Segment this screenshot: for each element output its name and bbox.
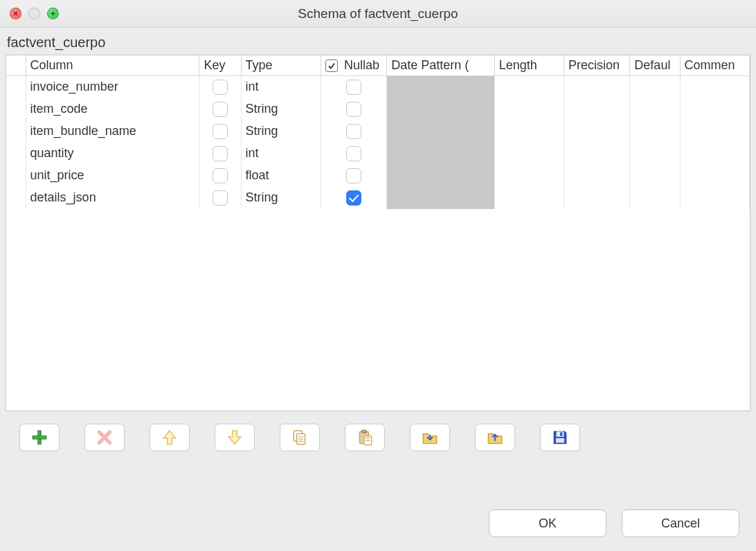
cell-length[interactable]	[494, 76, 564, 98]
cell-column[interactable]: unit_price	[26, 165, 199, 187]
nullable-header-checkbox[interactable]	[325, 60, 338, 72]
cell-date-pattern[interactable]	[387, 165, 495, 187]
column-header-length[interactable]: Length	[494, 55, 564, 76]
cell-comment[interactable]	[680, 143, 749, 165]
cell-default[interactable]	[630, 165, 680, 187]
cell-type[interactable]: String	[241, 187, 321, 209]
cell-key[interactable]	[199, 187, 241, 209]
key-checkbox[interactable]	[213, 102, 228, 117]
cell-key[interactable]	[199, 120, 241, 143]
nullable-checkbox[interactable]	[346, 102, 361, 117]
key-checkbox[interactable]	[213, 80, 228, 95]
cell-type[interactable]: String	[241, 120, 321, 143]
cell-length[interactable]	[494, 120, 564, 143]
cell-default[interactable]	[630, 120, 680, 143]
cell-length[interactable]	[494, 165, 564, 187]
cell-nullable[interactable]	[321, 187, 386, 209]
cell-precision[interactable]	[564, 76, 630, 98]
cell-precision[interactable]	[564, 165, 630, 187]
cell-nullable[interactable]	[321, 98, 386, 120]
table-row[interactable]: invoice_numberint	[6, 76, 750, 98]
column-header-column[interactable]: Column	[26, 55, 199, 76]
cell-comment[interactable]	[680, 187, 749, 209]
export-button[interactable]	[475, 424, 515, 451]
cell-comment[interactable]	[680, 120, 749, 143]
table-row[interactable]: item_bundle_nameString	[6, 120, 750, 143]
cell-column[interactable]: item_code	[26, 98, 199, 120]
cell-precision[interactable]	[564, 187, 630, 209]
table-row[interactable]: item_codeString	[6, 98, 750, 120]
cell-type[interactable]: int	[241, 76, 321, 98]
column-header-type[interactable]: Type	[241, 55, 321, 76]
cell-key[interactable]	[199, 165, 241, 187]
table-row[interactable]: quantityint	[6, 143, 750, 165]
cell-default[interactable]	[630, 187, 680, 209]
cell-precision[interactable]	[564, 143, 630, 165]
row-handle[interactable]	[6, 98, 26, 120]
key-checkbox[interactable]	[213, 146, 228, 161]
cell-precision[interactable]	[564, 120, 630, 143]
row-handle[interactable]	[6, 76, 26, 98]
cell-column[interactable]: quantity	[26, 143, 199, 165]
cell-precision[interactable]	[564, 98, 630, 120]
cell-nullable[interactable]	[321, 120, 386, 143]
cell-date-pattern[interactable]	[387, 76, 495, 98]
cell-default[interactable]	[630, 76, 680, 98]
cell-comment[interactable]	[680, 98, 749, 120]
move-up-button[interactable]	[150, 424, 190, 451]
cell-nullable[interactable]	[321, 76, 386, 98]
window-minimize-button[interactable]	[28, 8, 40, 19]
paste-button[interactable]	[345, 424, 385, 451]
cell-date-pattern[interactable]	[387, 187, 495, 209]
cell-type[interactable]: int	[241, 143, 321, 165]
row-handle[interactable]	[6, 143, 26, 165]
cell-date-pattern[interactable]	[387, 98, 495, 120]
save-button[interactable]	[540, 424, 580, 451]
cell-date-pattern[interactable]	[387, 120, 495, 143]
column-header-default[interactable]: Defaul	[630, 55, 680, 76]
nullable-checkbox[interactable]	[346, 168, 361, 183]
key-checkbox[interactable]	[213, 190, 228, 206]
copy-button[interactable]	[280, 424, 320, 451]
add-row-button[interactable]	[19, 424, 60, 451]
row-handle[interactable]	[6, 187, 26, 209]
window-zoom-button[interactable]	[47, 8, 59, 19]
cell-column[interactable]: details_json	[26, 187, 199, 209]
row-handle[interactable]	[6, 120, 26, 143]
nullable-checkbox[interactable]	[346, 190, 361, 206]
cell-key[interactable]	[199, 76, 241, 98]
cell-length[interactable]	[494, 143, 564, 165]
window-close-button[interactable]	[10, 8, 21, 19]
nullable-checkbox[interactable]	[346, 124, 361, 139]
cell-type[interactable]: String	[241, 98, 321, 120]
table-row[interactable]: unit_pricefloat	[6, 165, 750, 187]
nullable-checkbox[interactable]	[346, 146, 361, 161]
cell-default[interactable]	[630, 98, 680, 120]
column-header-precision[interactable]: Precision	[564, 55, 630, 76]
move-down-button[interactable]	[215, 424, 255, 451]
cell-length[interactable]	[494, 187, 564, 209]
key-checkbox[interactable]	[213, 124, 228, 139]
column-header-comment[interactable]: Commen	[680, 55, 749, 76]
cell-key[interactable]	[199, 143, 241, 165]
cell-comment[interactable]	[680, 76, 749, 98]
column-header-key[interactable]: Key	[199, 55, 241, 76]
ok-button[interactable]: OK	[489, 509, 606, 537]
cell-date-pattern[interactable]	[387, 143, 495, 165]
cell-column[interactable]: invoice_number	[26, 76, 199, 98]
cell-comment[interactable]	[680, 165, 749, 187]
cell-nullable[interactable]	[321, 165, 386, 187]
cell-type[interactable]: float	[241, 165, 321, 187]
table-row[interactable]: details_jsonString	[6, 187, 750, 209]
column-header-nullable[interactable]: Nullab	[321, 55, 386, 76]
column-header-date-pattern[interactable]: Date Pattern (	[387, 55, 495, 76]
delete-row-button[interactable]	[84, 424, 125, 451]
nullable-checkbox[interactable]	[346, 80, 361, 95]
cell-default[interactable]	[630, 143, 680, 165]
row-handle[interactable]	[6, 165, 26, 187]
key-checkbox[interactable]	[213, 168, 228, 183]
cell-column[interactable]: item_bundle_name	[26, 120, 199, 143]
import-button[interactable]	[410, 424, 450, 451]
cell-length[interactable]	[494, 98, 564, 120]
cell-nullable[interactable]	[321, 143, 386, 165]
